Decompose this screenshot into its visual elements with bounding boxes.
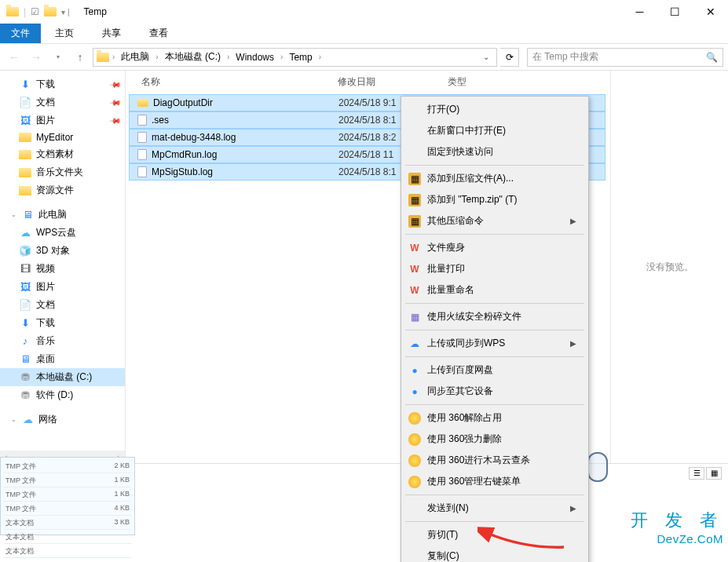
refresh-button[interactable]: ⟳ bbox=[500, 48, 519, 67]
menu-item[interactable]: ●上传到百度网盘 bbox=[404, 359, 586, 381]
menu-item[interactable]: ▦使用火绒安全粉碎文件 bbox=[404, 306, 586, 327]
search-icon[interactable]: 🔍 bbox=[706, 52, 718, 63]
chevron-right-icon[interactable]: › bbox=[317, 53, 323, 61]
menu-item[interactable]: ●同步至其它设备 bbox=[404, 381, 586, 402]
drive-icon: ⛃ bbox=[19, 389, 31, 401]
file-icon bbox=[137, 166, 147, 177]
sidebar-item[interactable]: 资源文件 bbox=[0, 181, 125, 199]
sidebar-item[interactable]: ⛃本地磁盘 (C:) bbox=[0, 368, 125, 386]
tab-file[interactable]: 文件 bbox=[0, 24, 41, 43]
menu-item[interactable]: 剪切(T) bbox=[404, 524, 586, 546]
file-name: mat-debug-3448.log bbox=[152, 132, 236, 143]
nav-back-button[interactable]: ← bbox=[5, 48, 24, 67]
sidebar-item[interactable]: 📄文档 bbox=[0, 296, 125, 314]
menu-item[interactable]: 打开(O) bbox=[404, 99, 586, 120]
view-details-icon[interactable]: ☰ bbox=[689, 467, 704, 480]
close-button[interactable]: ✕ bbox=[693, 0, 728, 24]
sidebar-item-label: 图片 bbox=[36, 114, 55, 127]
360-icon bbox=[408, 476, 421, 488]
menu-item[interactable]: 复制(C) bbox=[404, 546, 586, 562]
thumb-row: TMP 文件1 KB bbox=[4, 489, 131, 502]
address-bar[interactable]: › 此电脑 › 本地磁盘 (C:) › Windows › Temp › ⌄ bbox=[93, 48, 497, 67]
breadcrumb[interactable]: Temp bbox=[286, 52, 315, 63]
column-name[interactable]: 名称 bbox=[134, 75, 338, 89]
menu-item[interactable]: 在新窗口中打开(E) bbox=[404, 120, 586, 141]
maximize-button[interactable]: ☐ bbox=[657, 0, 693, 24]
qat-check-icon[interactable]: ☑ bbox=[31, 6, 39, 17]
sidebar-item[interactable]: ⬇下载📌 bbox=[0, 75, 125, 93]
column-date[interactable]: 修改日期 bbox=[338, 75, 448, 89]
menu-item[interactable]: ▦其他压缩命令▶ bbox=[404, 210, 586, 232]
zip-icon: ▦ bbox=[408, 173, 421, 185]
menu-item-label: 使用 360进行木马云查杀 bbox=[427, 454, 530, 467]
chevron-right-icon[interactable]: › bbox=[279, 53, 284, 61]
thumb-row: TMP 文件2 KB bbox=[4, 461, 131, 473]
chevron-right-icon[interactable]: › bbox=[154, 53, 159, 61]
column-type[interactable]: 类型 bbox=[448, 75, 510, 89]
tab-view[interactable]: 查看 bbox=[135, 24, 182, 43]
expand-icon[interactable]: ⌄ bbox=[11, 211, 16, 218]
sidebar-item[interactable]: 🖼图片📌 bbox=[0, 111, 125, 130]
sidebar-item[interactable]: 🧊3D 对象 bbox=[0, 242, 125, 260]
360-icon bbox=[408, 433, 421, 446]
menu-item-label: 同步至其它设备 bbox=[427, 385, 493, 398]
breadcrumb[interactable]: 本地磁盘 (C:) bbox=[162, 50, 224, 64]
sidebar-item[interactable]: 📄文档📌 bbox=[0, 93, 125, 111]
qat-folder-icon[interactable] bbox=[44, 7, 57, 16]
title-bar: | ☑ ▾ | Temp ─ ☐ ✕ bbox=[0, 0, 728, 24]
tab-home[interactable]: 主页 bbox=[41, 24, 88, 43]
w-icon: W bbox=[408, 242, 421, 254]
nav-recent-button[interactable]: ▾ bbox=[49, 48, 68, 67]
address-dropdown-icon[interactable]: ⌄ bbox=[479, 53, 493, 61]
desktop-icon: 🖥 bbox=[21, 209, 34, 221]
folder-icon bbox=[19, 133, 31, 142]
sidebar-item[interactable]: 文档素材 bbox=[0, 145, 125, 163]
bd-icon: ● bbox=[408, 364, 421, 377]
menu-item[interactable]: W批量重命名 bbox=[404, 279, 586, 301]
menu-item[interactable]: ▦添加到 "Temp.zip" (T) bbox=[404, 189, 586, 210]
menu-item[interactable]: W批量打印 bbox=[404, 258, 586, 279]
minimize-button[interactable]: ─ bbox=[622, 0, 657, 24]
qat-dropdown-icon[interactable]: ▾ | bbox=[61, 8, 69, 16]
sidebar-header[interactable]: ⌄🖥此电脑 bbox=[0, 206, 125, 224]
chevron-right-icon[interactable]: › bbox=[111, 53, 116, 61]
sidebar-item[interactable]: ♪音乐 bbox=[0, 332, 125, 350]
menu-item[interactable]: ▦添加到压缩文件(A)... bbox=[404, 168, 586, 189]
tab-share[interactable]: 共享 bbox=[88, 24, 135, 43]
sidebar-item[interactable]: ☁WPS云盘 bbox=[0, 224, 125, 242]
menu-item[interactable]: 固定到快速访问 bbox=[404, 141, 586, 162]
breadcrumb[interactable]: Windows bbox=[232, 52, 277, 63]
menu-item[interactable]: 使用 360管理右键菜单 bbox=[404, 471, 586, 492]
menu-item[interactable]: 发送到(N)▶ bbox=[404, 498, 586, 519]
expand-icon[interactable]: ⌄ bbox=[11, 416, 16, 423]
sidebar-item[interactable]: 🖼图片 bbox=[0, 278, 125, 296]
menu-item-label: 发送到(N) bbox=[427, 502, 469, 515]
menu-item[interactable]: 使用 360强力删除 bbox=[404, 429, 586, 450]
menu-item[interactable]: 使用 360进行木马云查杀 bbox=[404, 450, 586, 471]
sidebar-item[interactable]: 🖥桌面 bbox=[0, 350, 125, 368]
menu-separator bbox=[405, 404, 584, 405]
menu-item-label: 使用 360解除占用 bbox=[427, 411, 502, 425]
menu-item[interactable]: ☁上传或同步到WPS▶ bbox=[404, 333, 586, 354]
menu-item[interactable]: W文件瘦身 bbox=[404, 237, 586, 258]
menu-item[interactable]: 使用 360解除占用 bbox=[404, 407, 586, 429]
sidebar-item[interactable]: 音乐文件夹 bbox=[0, 163, 125, 181]
file-name: MpSigStub.log bbox=[152, 166, 213, 177]
menu-item-label: 打开(O) bbox=[427, 103, 459, 116]
breadcrumb[interactable]: 此电脑 bbox=[118, 50, 152, 64]
pin-icon: 📌 bbox=[109, 114, 122, 126]
search-input[interactable]: 在 Temp 中搜索 🔍 bbox=[527, 48, 723, 67]
view-thumbnails-icon[interactable]: ▦ bbox=[706, 467, 722, 480]
nav-forward-button[interactable]: → bbox=[27, 48, 46, 67]
nav-up-button[interactable]: ↑ bbox=[71, 48, 90, 67]
address-folder-icon bbox=[97, 53, 109, 62]
sidebar-item[interactable]: ⛃软件 (D:) bbox=[0, 386, 125, 404]
sidebar-item[interactable]: MyEditor bbox=[0, 130, 125, 145]
sidebar-item[interactable]: ⬇下载 bbox=[0, 314, 125, 332]
menu-item-label: 添加到压缩文件(A)... bbox=[427, 172, 514, 185]
sidebar-item[interactable]: 🎞视频 bbox=[0, 260, 125, 278]
folder-icon bbox=[19, 168, 31, 177]
sidebar-header[interactable]: ⌄☁网络 bbox=[0, 411, 125, 429]
chevron-right-icon[interactable]: › bbox=[225, 53, 231, 61]
sidebar-item-label: 下载 bbox=[36, 316, 55, 330]
